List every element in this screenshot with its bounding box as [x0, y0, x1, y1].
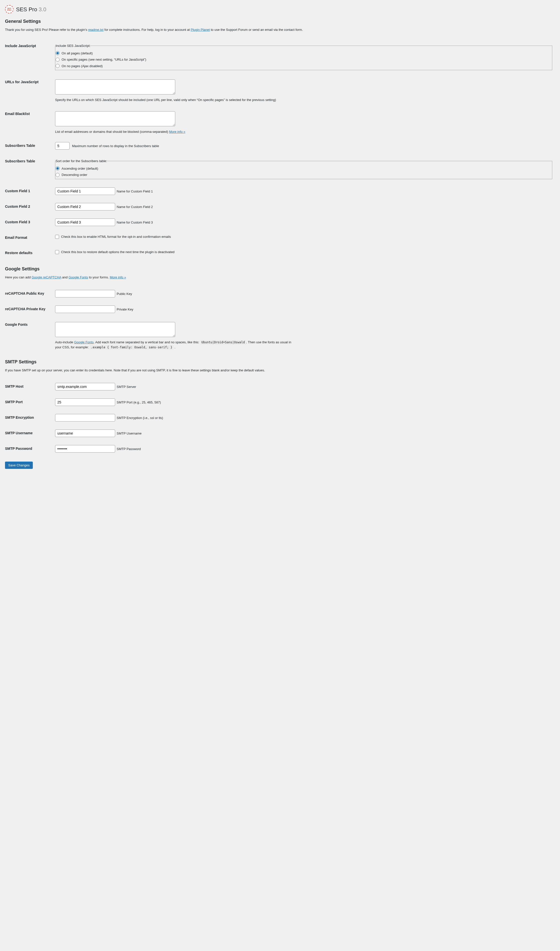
email-format-label: Email Format	[5, 230, 55, 245]
include-js-all-label[interactable]: On all pages (default)	[55, 51, 552, 56]
rows-input[interactable]	[55, 142, 69, 150]
smtp-pass-help: SMTP Password	[117, 447, 141, 451]
smtp-enc-input[interactable]	[55, 414, 115, 421]
smtp-settings-heading: SMTP Settings	[5, 358, 555, 365]
google-fonts-textarea[interactable]	[55, 322, 175, 337]
sort-asc-radio[interactable]	[55, 167, 60, 170]
smtp-enc-label: SMTP Encryption	[5, 410, 55, 426]
restore-label: Restore defaults	[5, 245, 55, 261]
recaptcha-private-help: Private Key	[117, 307, 133, 311]
google-fonts-help: Auto-include Google Fonts. Add each font…	[55, 340, 295, 350]
recaptcha-private-label: reCAPTCHA Private Key	[5, 301, 55, 317]
urls-js-textarea[interactable]	[55, 79, 175, 94]
cf2-help: Name for Custom Field 2	[117, 205, 153, 209]
smtp-pass-input[interactable]	[55, 445, 115, 452]
smtp-settings-table: SMTP Host SMTP Server SMTP Port SMTP Por…	[5, 379, 555, 457]
urls-js-help: Specify the URLs on which SES JavaScript…	[55, 97, 295, 102]
smtp-host-help: SMTP Server	[117, 385, 136, 389]
ses-pro-logo-icon: SES PRO	[5, 5, 14, 14]
cf3-label: Custom Field 3	[5, 215, 55, 230]
fonts-code-example1: Ubuntu|Droid+Sans|Oswald	[200, 340, 246, 344]
general-intro: Thank you for using SES Pro! Please refe…	[5, 27, 555, 32]
include-js-specific-radio[interactable]	[55, 58, 60, 62]
blacklist-textarea[interactable]	[55, 111, 175, 126]
sort-asc-label[interactable]: Ascending order (default)	[55, 166, 552, 171]
page-title: SES Pro3.0	[16, 5, 46, 14]
sort-label: Subscribers Table	[5, 154, 55, 184]
smtp-intro: If you have SMTP set up on your server, …	[5, 368, 555, 373]
restore-cb-label[interactable]: Check this box to restore default option…	[55, 250, 552, 255]
smtp-user-label: SMTP Username	[5, 426, 55, 441]
cf2-input[interactable]	[55, 203, 115, 210]
google-settings-table: reCAPTCHA Public Key Public Key reCAPTCH…	[5, 286, 555, 354]
cf3-help: Name for Custom Field 3	[117, 221, 153, 224]
google-fonts-link[interactable]: Google Fonts	[69, 275, 88, 279]
sort-fieldset: Sort order for the Subscribers table: As…	[55, 159, 552, 179]
smtp-enc-help: SMTP Encryption (i.e., ssl or tls)	[117, 416, 163, 420]
include-js-specific-label[interactable]: On specific pages (see next setting, “UR…	[55, 57, 552, 62]
smtp-user-input[interactable]	[55, 429, 115, 437]
recaptcha-public-help: Public Key	[117, 292, 132, 296]
include-js-legend: Include SES JavaScript:	[55, 43, 90, 48]
plugin-planet-link[interactable]: Plugin Planet	[191, 28, 210, 32]
email-format-cb-label[interactable]: Check this box to enable HTML format for…	[55, 234, 552, 239]
save-changes-button[interactable]: Save Changes	[5, 462, 33, 469]
email-format-checkbox[interactable]	[55, 235, 59, 239]
blacklist-more-info-link[interactable]: More info »	[169, 130, 185, 134]
blacklist-help: List of email addresses or domains that …	[55, 129, 295, 134]
readme-link[interactable]: readme.txt	[88, 28, 103, 32]
rows-label: Subscribers Table	[5, 138, 55, 154]
recaptcha-public-input[interactable]	[55, 290, 115, 298]
sort-desc-label[interactable]: Descending order	[55, 172, 552, 178]
include-js-fieldset: Include SES JavaScript: On all pages (de…	[55, 43, 552, 70]
urls-js-label: URLs for JavaScript	[5, 74, 55, 106]
google-fonts-help-link[interactable]: Google Fonts	[74, 340, 94, 344]
cf3-input[interactable]	[55, 219, 115, 226]
include-js-none-radio[interactable]	[55, 64, 60, 68]
include-js-none-label[interactable]: On no pages (Ajax disabled)	[55, 64, 552, 69]
cf1-input[interactable]	[55, 187, 115, 195]
google-more-info-link[interactable]: More info »	[110, 275, 126, 279]
general-settings-table: Include JavaScript Include SES JavaScrip…	[5, 39, 555, 261]
smtp-port-help: SMTP Port (e.g., 25, 465, 587)	[117, 400, 161, 404]
blacklist-label: Email Blacklist	[5, 106, 55, 138]
google-fonts-label: Google Fonts	[5, 317, 55, 354]
include-js-label: Include JavaScript	[5, 39, 55, 74]
fonts-code-example2: .example { font-family: Oswald, sans-ser…	[89, 345, 174, 350]
smtp-port-input[interactable]	[55, 398, 115, 406]
cf2-label: Custom Field 2	[5, 199, 55, 215]
cf1-label: Custom Field 1	[5, 184, 55, 199]
sort-legend: Sort order for the Subscribers table:	[55, 159, 107, 164]
general-settings-heading: General Settings	[5, 18, 555, 25]
recaptcha-private-input[interactable]	[55, 306, 115, 313]
cf1-help: Name for Custom Field 1	[117, 190, 153, 193]
recaptcha-public-label: reCAPTCHA Public Key	[5, 286, 55, 301]
sort-desc-radio[interactable]	[55, 173, 60, 177]
include-js-all-radio[interactable]	[55, 51, 60, 55]
google-recaptcha-link[interactable]: Google reCAPTCHA	[32, 275, 62, 279]
google-intro: Here you can add Google reCAPTCHA and Go…	[5, 275, 555, 280]
page-header: SES PRO SES Pro3.0	[5, 5, 555, 14]
smtp-port-label: SMTP Port	[5, 394, 55, 410]
smtp-pass-label: SMTP Password	[5, 441, 55, 457]
smtp-host-label: SMTP Host	[5, 379, 55, 394]
google-settings-heading: Google Settings	[5, 266, 555, 272]
restore-checkbox[interactable]	[55, 250, 59, 254]
smtp-user-help: SMTP Username	[117, 432, 142, 435]
rows-help: Maximum number of rows to display in the…	[72, 144, 159, 148]
smtp-host-input[interactable]	[55, 383, 115, 391]
